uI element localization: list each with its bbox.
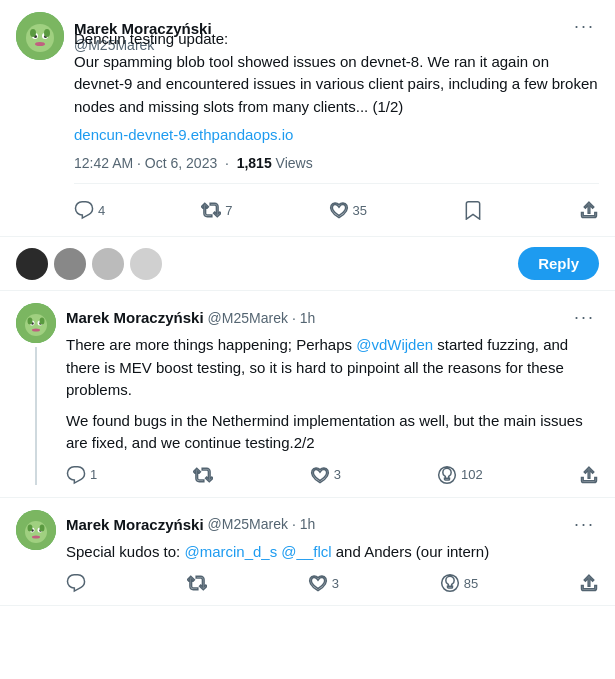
reply-user-handle-2: @M25Marek — [208, 516, 288, 532]
reply-mention-1[interactable]: @vdWijden — [356, 336, 433, 353]
reply-tweet-content-1: Marek Moraczyński @M25Marek · 1h ··· The… — [66, 303, 599, 485]
reply-retweet-action-1[interactable] — [193, 465, 213, 485]
reply-views-action-2[interactable]: 85 — [440, 573, 478, 593]
bookmark-action[interactable] — [463, 200, 483, 220]
reply-share-icon-1 — [579, 465, 599, 485]
reply-avatar-4 — [130, 248, 162, 280]
reply-share-icon-2 — [579, 573, 599, 593]
reply-avatar-main-2 — [16, 510, 56, 550]
reply-views-icon-2 — [440, 573, 460, 593]
svg-point-16 — [28, 318, 33, 325]
reply-icon — [74, 200, 94, 220]
reply-more-button-2[interactable]: ··· — [570, 510, 599, 539]
share-icon — [579, 200, 599, 220]
reply-text-part3-1: We found bugs in the Nethermind implemen… — [66, 412, 583, 452]
tweet-timestamp: 12:42 AM · Oct 6, 2023 — [74, 155, 217, 171]
tweet-link-container: dencun-devnet-9.ethpandaops.io — [74, 126, 599, 143]
like-icon — [329, 200, 349, 220]
svg-point-15 — [32, 329, 40, 332]
reply-reply-count-1: 1 — [90, 467, 97, 482]
reply-more-button-1[interactable]: ··· — [570, 303, 599, 332]
svg-point-19 — [25, 521, 47, 543]
like-count: 35 — [353, 203, 367, 218]
retweet-action[interactable]: 7 — [201, 200, 232, 220]
reply-text-part1-1: There are more things happening; Perhaps — [66, 336, 356, 353]
reply-text-2: Special kudos to: @marcin_d_s @__flcl an… — [66, 541, 599, 564]
tweet-views-count: 1,815 — [237, 155, 272, 171]
reply-tweet-2: Marek Moraczyński @M25Marek · 1h ··· Spe… — [0, 498, 615, 607]
tweet-actions: 4 7 35 — [74, 196, 599, 224]
reply-views-count-1: 102 — [461, 467, 483, 482]
reply-reply-action-1[interactable]: 1 — [66, 465, 97, 485]
reply-avatar-1 — [16, 248, 48, 280]
svg-point-8 — [44, 29, 50, 37]
reply-mention1-2[interactable]: @marcin_d_s — [184, 543, 277, 560]
reply-like-count-1: 3 — [334, 467, 341, 482]
reply-actions-1: 1 3 102 — [66, 465, 599, 485]
reply-views-action-1[interactable]: 102 — [437, 465, 483, 485]
reply-like-action-2[interactable]: 3 — [308, 573, 339, 593]
reply-header-left-2: Marek Moraczyński @M25Marek · 1h — [66, 516, 315, 533]
tweet-meta: 12:42 AM · Oct 6, 2023 · 1,815 Views — [74, 155, 599, 184]
svg-point-25 — [28, 524, 33, 531]
share-action[interactable] — [579, 200, 599, 220]
bookmark-icon — [463, 200, 483, 220]
svg-point-17 — [40, 318, 45, 325]
reply-retweet-icon-1 — [193, 465, 213, 485]
reply-mention2-2[interactable]: @__flcl — [281, 543, 331, 560]
reply-tweet-left-2 — [16, 510, 56, 594]
tweet-text-line1: Dencun testing update: — [74, 30, 228, 47]
reply-text-part2-2: and Anders (our intern) — [332, 543, 490, 560]
tweet-link[interactable]: dencun-devnet-9.ethpandaops.io — [74, 126, 293, 143]
svg-point-6 — [35, 42, 45, 46]
reply-views-icon-1 — [437, 465, 457, 485]
reply-tweet-header-2: Marek Moraczyński @M25Marek · 1h ··· — [66, 510, 599, 539]
reply-text-3-1: We found bugs in the Nethermind implemen… — [66, 410, 599, 455]
reply-avatar-2 — [54, 248, 86, 280]
svg-point-24 — [32, 535, 40, 538]
retweet-count: 7 — [225, 203, 232, 218]
reply-avatars — [16, 248, 162, 280]
thread-line-1 — [35, 347, 37, 485]
main-tweet: Marek Moraczyński @M25Marek ··· Dencun t… — [0, 0, 615, 237]
reply-retweet-action-2[interactable] — [187, 573, 207, 593]
svg-point-7 — [30, 29, 36, 37]
reply-text-part1-2: Special kudos to: — [66, 543, 184, 560]
tweet-text-line2: Our spamming blob tool showed issues on … — [74, 53, 598, 115]
reply-reply-icon-2 — [66, 573, 86, 593]
reply-tweet-left-1 — [16, 303, 56, 485]
reply-like-action-1[interactable]: 3 — [310, 465, 341, 485]
svg-point-26 — [40, 524, 45, 531]
tweet-views-label: Views — [276, 155, 313, 171]
reply-reply-action-2[interactable] — [66, 573, 86, 593]
reply-section: Reply — [0, 237, 615, 291]
reply-reply-icon-1 — [66, 465, 86, 485]
avatar — [16, 12, 64, 60]
reply-share-action-1[interactable] — [579, 465, 599, 485]
reply-count: 4 — [98, 203, 105, 218]
reply-time-value-2: 1h — [300, 516, 316, 532]
reply-action[interactable]: 4 — [74, 200, 105, 220]
reply-header-left-1: Marek Moraczyński @M25Marek · 1h — [66, 309, 315, 326]
tweet-body: Dencun testing update: Our spamming blob… — [74, 28, 599, 224]
reply-actions-2: 3 85 — [66, 573, 599, 593]
reply-like-icon-1 — [310, 465, 330, 485]
reply-user-name-1: Marek Moraczyński — [66, 309, 204, 326]
reply-time-value-1: 1h — [300, 310, 316, 326]
retweet-icon — [201, 200, 221, 220]
more-options-button[interactable]: ··· — [570, 12, 599, 41]
reply-text-1: There are more things happening; Perhaps… — [66, 334, 599, 402]
reply-share-action-2[interactable] — [579, 573, 599, 593]
like-action[interactable]: 35 — [329, 200, 367, 220]
reply-like-icon-2 — [308, 573, 328, 593]
reply-time-1: · — [292, 310, 296, 326]
reply-views-count-2: 85 — [464, 576, 478, 591]
reply-avatar-3 — [92, 248, 124, 280]
reply-button[interactable]: Reply — [518, 247, 599, 280]
reply-avatar-main-1 — [16, 303, 56, 343]
reply-retweet-icon-2 — [187, 573, 207, 593]
tweet-text: Dencun testing update: Our spamming blob… — [74, 28, 599, 118]
reply-user-handle-1: @M25Marek — [208, 310, 288, 326]
reply-time-dot-2: · — [292, 516, 296, 532]
reply-like-count-2: 3 — [332, 576, 339, 591]
